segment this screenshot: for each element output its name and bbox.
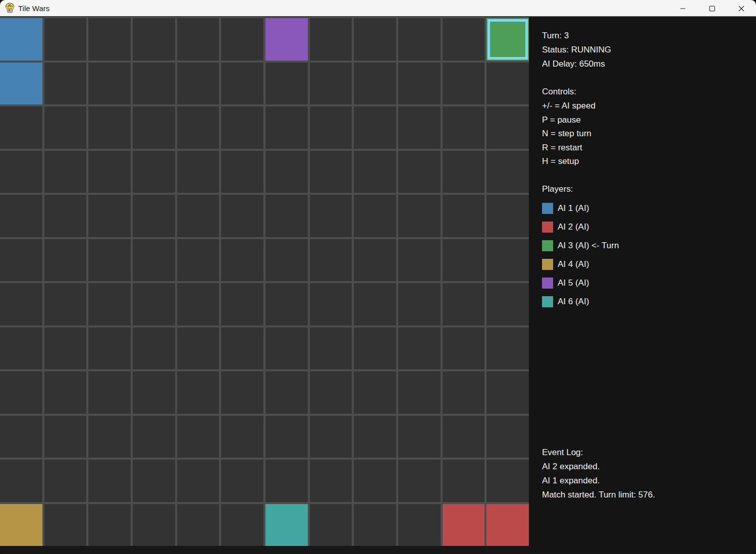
grid-tile[interactable] bbox=[133, 239, 175, 282]
grid-tile[interactable] bbox=[177, 504, 220, 546]
grid-tile[interactable] bbox=[221, 63, 263, 105]
grid-tile[interactable] bbox=[0, 371, 42, 414]
close-button[interactable] bbox=[727, 0, 756, 17]
grid-tile[interactable] bbox=[88, 327, 131, 370]
grid-tile[interactable] bbox=[310, 460, 352, 502]
grid-tile[interactable] bbox=[44, 504, 87, 546]
grid-tile[interactable] bbox=[88, 416, 131, 458]
grid-tile[interactable] bbox=[443, 195, 485, 237]
grid-tile[interactable] bbox=[88, 371, 131, 414]
grid-tile[interactable] bbox=[44, 283, 87, 325]
grid-tile[interactable] bbox=[88, 106, 131, 149]
grid-tile-owned[interactable] bbox=[265, 18, 308, 61]
grid-tile[interactable] bbox=[133, 151, 175, 193]
grid-tile-owned[interactable] bbox=[0, 63, 42, 105]
grid-tile-owned[interactable] bbox=[265, 504, 308, 546]
grid-tile[interactable] bbox=[44, 106, 87, 149]
minimize-button[interactable] bbox=[668, 0, 697, 17]
grid-tile[interactable] bbox=[310, 416, 352, 458]
grid-tile[interactable] bbox=[44, 416, 87, 458]
grid-tile[interactable] bbox=[0, 106, 42, 149]
grid-tile[interactable] bbox=[44, 239, 87, 282]
grid-tile[interactable] bbox=[221, 239, 263, 282]
grid-tile[interactable] bbox=[177, 151, 220, 193]
grid-tile[interactable] bbox=[0, 460, 42, 502]
grid-tile[interactable] bbox=[354, 504, 396, 546]
grid-tile[interactable] bbox=[310, 239, 352, 282]
grid-tile[interactable] bbox=[221, 106, 263, 149]
grid-tile[interactable] bbox=[487, 460, 529, 502]
grid-tile[interactable] bbox=[398, 327, 441, 370]
grid-tile[interactable] bbox=[354, 416, 396, 458]
grid-tile[interactable] bbox=[44, 18, 87, 61]
grid-tile[interactable] bbox=[443, 327, 485, 370]
grid-tile[interactable] bbox=[265, 416, 308, 458]
grid-tile-owned[interactable] bbox=[0, 18, 42, 61]
grid-tile[interactable] bbox=[354, 63, 396, 105]
grid-tile[interactable] bbox=[265, 195, 308, 237]
grid-tile-owned[interactable] bbox=[0, 504, 42, 546]
grid-tile[interactable] bbox=[354, 371, 396, 414]
maximize-button[interactable] bbox=[697, 0, 727, 17]
grid-tile[interactable] bbox=[354, 195, 396, 237]
grid-tile[interactable] bbox=[88, 460, 131, 502]
grid-tile[interactable] bbox=[443, 239, 485, 282]
grid-tile[interactable] bbox=[354, 239, 396, 282]
grid-tile[interactable] bbox=[354, 283, 396, 325]
grid-tile[interactable] bbox=[310, 195, 352, 237]
grid-tile[interactable] bbox=[177, 371, 220, 414]
grid-tile[interactable] bbox=[221, 327, 263, 370]
grid-tile[interactable] bbox=[133, 195, 175, 237]
grid-tile[interactable] bbox=[88, 63, 131, 105]
grid-tile[interactable] bbox=[398, 504, 441, 546]
grid-tile[interactable] bbox=[310, 504, 352, 546]
grid-tile[interactable] bbox=[221, 460, 263, 502]
grid-tile[interactable] bbox=[265, 460, 308, 502]
grid-tile[interactable] bbox=[265, 106, 308, 149]
grid-tile[interactable] bbox=[443, 18, 485, 61]
grid-tile[interactable] bbox=[133, 460, 175, 502]
grid-tile[interactable] bbox=[354, 151, 396, 193]
grid-tile[interactable] bbox=[88, 504, 131, 546]
grid-tile[interactable] bbox=[133, 416, 175, 458]
grid-tile[interactable] bbox=[221, 18, 263, 61]
grid-tile[interactable] bbox=[133, 371, 175, 414]
grid-tile[interactable] bbox=[177, 106, 220, 149]
grid-tile[interactable] bbox=[398, 18, 441, 61]
grid-tile[interactable] bbox=[221, 195, 263, 237]
grid-tile[interactable] bbox=[310, 327, 352, 370]
grid-tile[interactable] bbox=[0, 151, 42, 193]
grid-tile[interactable] bbox=[44, 327, 87, 370]
grid-tile[interactable] bbox=[44, 195, 87, 237]
grid-tile[interactable] bbox=[177, 18, 220, 61]
grid-tile[interactable] bbox=[88, 18, 131, 61]
grid-tile[interactable] bbox=[310, 371, 352, 414]
grid-tile[interactable] bbox=[0, 416, 42, 458]
grid-tile[interactable] bbox=[88, 239, 131, 282]
grid-tile[interactable] bbox=[133, 283, 175, 325]
grid-tile[interactable] bbox=[88, 283, 131, 325]
grid-tile[interactable] bbox=[265, 327, 308, 370]
grid-tile[interactable] bbox=[133, 63, 175, 105]
grid-tile[interactable] bbox=[221, 504, 263, 546]
grid-tile[interactable] bbox=[177, 195, 220, 237]
grid-tile[interactable] bbox=[398, 151, 441, 193]
grid-tile[interactable] bbox=[221, 416, 263, 458]
grid-tile[interactable] bbox=[310, 18, 352, 61]
grid-tile[interactable] bbox=[265, 63, 308, 105]
grid-tile[interactable] bbox=[487, 239, 529, 282]
grid-tile[interactable] bbox=[398, 460, 441, 502]
grid-tile[interactable] bbox=[44, 151, 87, 193]
grid-tile[interactable] bbox=[398, 283, 441, 325]
grid-tile[interactable] bbox=[398, 195, 441, 237]
grid-tile[interactable] bbox=[265, 151, 308, 193]
grid-tile[interactable] bbox=[487, 151, 529, 193]
grid-tile[interactable] bbox=[0, 283, 42, 325]
grid-tile[interactable] bbox=[354, 327, 396, 370]
grid-tile[interactable] bbox=[310, 63, 352, 105]
grid-tile[interactable] bbox=[443, 283, 485, 325]
grid-tile[interactable] bbox=[398, 63, 441, 105]
grid-tile[interactable] bbox=[398, 239, 441, 282]
grid-tile[interactable] bbox=[354, 18, 396, 61]
grid-tile[interactable] bbox=[177, 63, 220, 105]
